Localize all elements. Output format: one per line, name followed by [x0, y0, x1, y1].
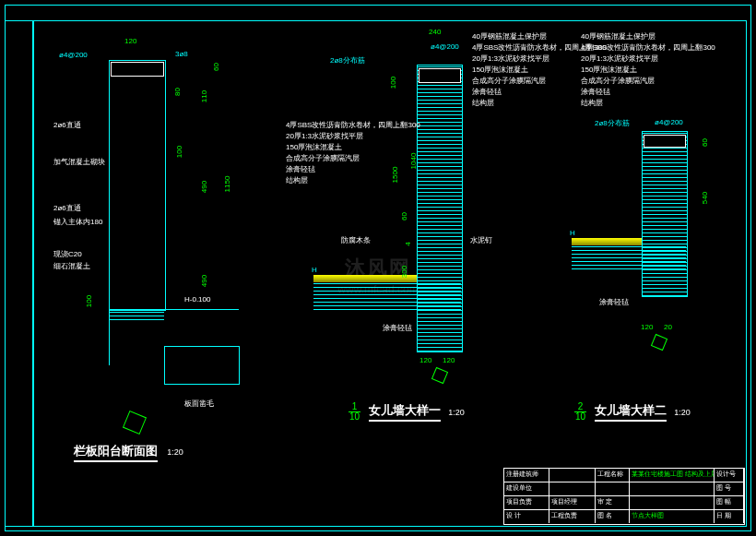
p1-d4: 4 [404, 242, 412, 245]
p2-cap [644, 135, 686, 148]
p2-H: H [570, 229, 575, 237]
p2-b120: 120 [641, 323, 653, 331]
tb-r1e: 设计号 [715, 469, 744, 482]
tb-r1v: 某某住宅楼施工图 结构及上层工程 [630, 469, 715, 482]
tb-r4l: 设 计 [504, 510, 549, 523]
dim-110: 110 [200, 90, 208, 102]
tb-r3l: 项目负责 [504, 496, 549, 509]
note-b7: 板面凿毛 [184, 399, 214, 409]
beam-section [164, 346, 240, 385]
p1-n3: 20厚1:3水泥砂浆找平层 [472, 54, 549, 64]
cap-section [111, 62, 164, 77]
tb-r4r: 图 名 [596, 510, 631, 523]
p2-skirt: 涂膏轻毡 [599, 297, 629, 307]
p2-detail-tag: 2 10 [572, 402, 589, 422]
hatch-1 [109, 309, 164, 320]
p2-n1: 40厚钢筋混凝土保护层 [581, 31, 656, 42]
p1-H: H [312, 266, 317, 274]
parapet-outline [109, 60, 166, 311]
p1-fz: 防腐木条 [341, 235, 371, 245]
title-sidebar [5, 20, 34, 527]
p1-d1500: 1500 [391, 167, 399, 184]
p2-wall [642, 131, 688, 297]
tb-r2l: 建设单位 [504, 482, 549, 495]
parapet1-scale: 1:20 [448, 408, 465, 417]
p1-d300: 300 [400, 266, 408, 278]
p1-n2b: 4厚SBS改性沥青防水卷材，四周上翻300 [286, 120, 420, 130]
p2-n3: 20厚1:3水泥砂浆找平层 [581, 54, 658, 64]
p1-cap [419, 68, 461, 83]
p1-n1: 40厚钢筋混凝土保护层 [472, 31, 547, 42]
p2-axis-bubble-icon [651, 334, 667, 351]
rebar-top-label: ø4@200 [59, 51, 88, 59]
dim-d100: 100 [85, 295, 93, 307]
tb-r4e: 日 期 [715, 510, 744, 523]
parapet2-title: 女儿墙大样二 [595, 402, 667, 422]
p1-d100: 100 [389, 77, 397, 89]
dim-490a: 490 [200, 181, 208, 193]
dim-1150: 1150 [223, 176, 231, 193]
note-b2: 加气混凝土砌块 [53, 157, 105, 167]
p2-stirrup: 2ø8分布筋 [595, 118, 630, 128]
p1-n7: 结构层 [472, 98, 494, 108]
p1-main: ø4@200 [431, 42, 459, 51]
p2-n5: 合成高分子涂膜隔汽层 [581, 76, 655, 86]
p1-n7b: 结构层 [286, 175, 308, 185]
tb-r3m: 项目经理 [549, 496, 595, 509]
section-bubble-icon [123, 411, 147, 435]
p1-d60: 60 [400, 212, 408, 220]
dim-80: 80 [173, 88, 182, 96]
tb-r1l: 注册建筑师 [504, 469, 549, 482]
tb-r3r: 审 定 [596, 496, 631, 509]
p1-axis-bubble-icon [431, 367, 448, 384]
dim-60: 60 [212, 63, 220, 71]
note-b4: 锚入主体内180 [53, 217, 102, 227]
p2-d60: 60 [701, 138, 709, 147]
balcony-section-group: ø4@200 120 3ø8 60 2ø6直通 加气混凝土砌块 2ø6直通 锚入… [55, 37, 267, 443]
tb-r2e: 图 号 [715, 482, 744, 495]
dim-120: 120 [124, 37, 136, 45]
parapet2-group: 40厚钢筋混凝土保护层 4厚SBS改性沥青防水卷材，四周上翻300 20厚1:3… [553, 28, 742, 434]
p1-detail-tag: 1 10 [346, 402, 363, 422]
p1-n4b: 150厚泡沫混凝土 [286, 142, 342, 152]
p1-stirrup: 2ø8分布筋 [330, 55, 365, 66]
note-b3: 2ø6直通 [53, 203, 81, 213]
balcony-title: 栏板阳台断面图 [74, 443, 158, 462]
dim-490b: 490 [200, 275, 208, 287]
p1-b120b: 120 [443, 356, 455, 364]
note-b6: 细石混凝土 [53, 261, 90, 271]
parapet2-scale: 1:20 [674, 408, 691, 417]
p1-nail: 水泥钉 [470, 235, 492, 245]
title-block: 注册建筑师 工程名称 某某住宅楼施工图 结构及上层工程 设计号 建设单位 图 号… [503, 468, 745, 525]
p1-n6: 涂膏轻毡 [472, 87, 502, 97]
p2-n7: 结构层 [581, 98, 603, 108]
dim-100: 100 [175, 146, 183, 158]
tb-r3e: 图 幅 [715, 496, 744, 509]
p1-dim-240: 240 [429, 28, 441, 36]
p2-n4: 150厚泡沫混凝土 [581, 65, 637, 75]
tb-r4m: 工程负责 [549, 510, 595, 523]
p2-n2: 4厚SBS改性沥青防水卷材，四周上翻300 [581, 42, 715, 53]
p2-slab [572, 245, 686, 269]
tb-r4v: 节点大样图 [630, 510, 715, 523]
p1-n5b: 合成高分子涂膜隔汽层 [286, 153, 360, 163]
p2-n6: 涂膏轻毡 [581, 87, 610, 97]
p2-b20: 20 [664, 323, 672, 331]
p1-n3b: 20厚1:3水泥砂浆找平层 [286, 131, 363, 141]
p1-b120a: 120 [419, 356, 431, 364]
parapet1-title: 女儿墙大样一 [369, 402, 441, 422]
p1-n6b: 涂膏轻毡 [286, 164, 315, 174]
level-h0100: H-0.100 [184, 295, 210, 304]
p2-d540: 540 [701, 192, 709, 204]
p1-d1040: 1040 [409, 153, 418, 170]
p1-n4: 150厚泡沫混凝土 [472, 65, 528, 75]
rebar-3d8: 3ø8 [175, 50, 188, 58]
note-b1: 2ø6直通 [53, 120, 81, 130]
p2-roof-layer [572, 238, 642, 245]
note-b5: 现浇C20 [53, 249, 82, 259]
tb-r1r: 工程名称 [596, 469, 631, 482]
tb-r3v [630, 496, 715, 509]
parapet1-group: 240 2ø8分布筋 ø4@200 40厚钢筋混凝土保护层 4厚SBS改性沥青防… [286, 28, 553, 434]
p1-slab [313, 282, 461, 310]
p1-skirt: 涂膏轻毡 [383, 323, 412, 333]
